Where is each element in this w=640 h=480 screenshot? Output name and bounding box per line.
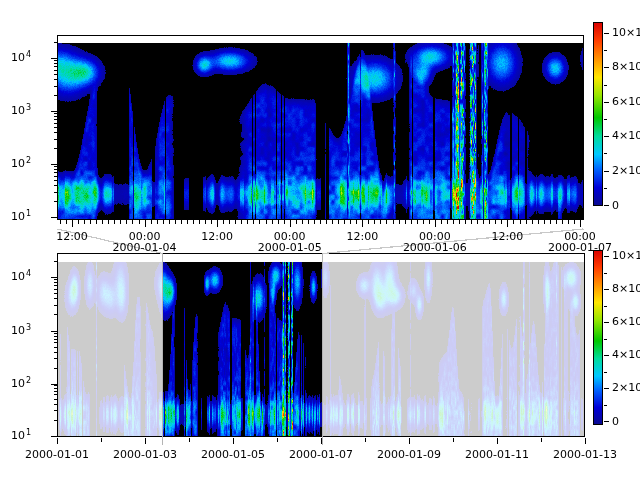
overview-x-tick-label: 2000-01-03 — [113, 448, 177, 459]
overview-y-tick-label: 102 — [0, 378, 31, 390]
top-x-tick-label: 12:00 — [201, 230, 233, 241]
top-y-tick-label: 104 — [0, 52, 31, 64]
top-colorbar-tick-label: 4×107 — [612, 130, 640, 142]
top-colorbar-tick-label: 8×107 — [612, 61, 640, 73]
overview-x-tick-label: 2000-01-13 — [553, 448, 617, 459]
top-x-tick-date-label: 2000-01-05 — [258, 242, 322, 253]
overview-y-tick-label: 103 — [0, 325, 31, 337]
overview-x-tick-label: 2000-01-01 — [25, 448, 89, 459]
overview-x-tick-label: 2000-01-09 — [377, 448, 441, 459]
top-colorbar-tick-label: 6×107 — [612, 96, 640, 108]
top-x-tick-label: 12:00 — [56, 230, 88, 241]
overview-colorbar-tick-label: 2×107 — [612, 382, 640, 394]
spectrogram-figure: 12:0000:002000-01-0412:0000:002000-01-05… — [0, 0, 640, 480]
top-colorbar-tick-label: 0 — [612, 200, 619, 211]
top-y-tick-label: 103 — [0, 105, 31, 117]
overview-y-tick-label: 104 — [0, 271, 31, 283]
overview-x-tick-label: 2000-01-07 — [289, 448, 353, 459]
top-x-tick-label: 12:00 — [492, 230, 524, 241]
overview-colorbar-tick-label: 4×107 — [612, 349, 640, 361]
top-x-tick-label: 00:00 — [274, 230, 306, 241]
overview-colorbar[interactable] — [593, 250, 603, 425]
top-colorbar[interactable] — [593, 22, 603, 206]
overview-y-tick-label: 101 — [0, 430, 31, 442]
overview-plot-area — [57, 253, 585, 437]
top-colorbar-tick-label: 10×107 — [612, 27, 640, 39]
context-selection-region[interactable] — [162, 253, 322, 437]
overview-colorbar-tick-label: 6×107 — [612, 316, 640, 328]
top-y-tick-label: 101 — [0, 211, 31, 223]
top-x-tick-label: 00:00 — [419, 230, 451, 241]
context-connector-right — [323, 229, 584, 254]
top-x-tick-date-label: 2000-01-06 — [403, 242, 467, 253]
overview-colorbar-tick-label: 10×107 — [612, 250, 640, 262]
top-x-tick-label: 00:00 — [564, 230, 596, 241]
overview-colorbar-tick-label: 0 — [612, 416, 619, 427]
top-y-tick-label: 102 — [0, 158, 31, 170]
top-spectrogram-canvas[interactable] — [57, 35, 584, 220]
top-x-tick-label: 12:00 — [346, 230, 378, 241]
overview-colorbar-tick-label: 8×107 — [612, 283, 640, 295]
top-x-tick-date-label: 2000-01-04 — [113, 242, 177, 253]
top-colorbar-tick-label: 2×107 — [612, 165, 640, 177]
overview-x-tick-label: 2000-01-05 — [201, 448, 265, 459]
top-x-tick-label: 00:00 — [129, 230, 161, 241]
overview-x-tick-label: 2000-01-11 — [465, 448, 529, 459]
context-connector-left — [58, 229, 163, 254]
